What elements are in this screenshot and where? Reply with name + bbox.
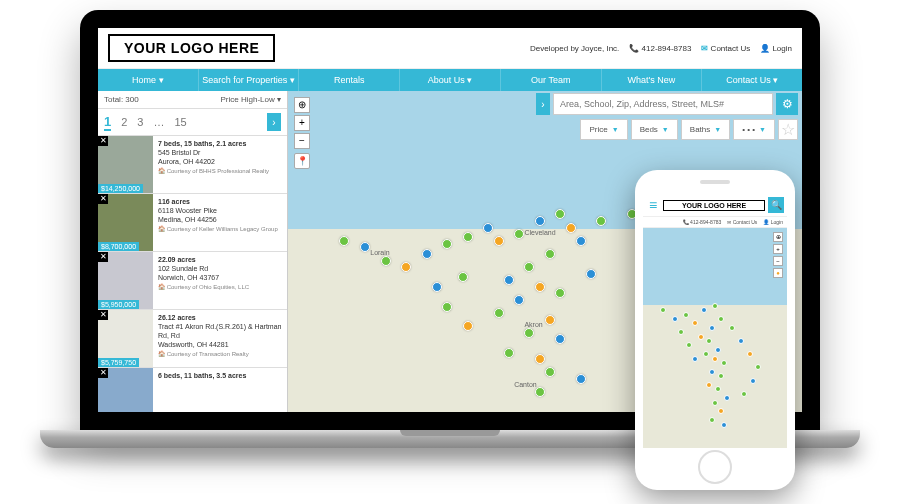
map-pin[interactable] (483, 223, 493, 233)
map-pin[interactable] (566, 223, 576, 233)
map-pin[interactable] (514, 229, 524, 239)
map-pin[interactable] (514, 295, 524, 305)
map-pin[interactable] (401, 262, 411, 272)
map-pin[interactable] (712, 400, 718, 406)
map-pin[interactable] (721, 422, 727, 428)
map-pin[interactable] (701, 307, 707, 313)
phone-zoom-in[interactable]: + (773, 244, 783, 254)
close-icon[interactable]: ✕ (98, 368, 108, 378)
map-pin[interactable] (458, 272, 468, 282)
map-pin[interactable] (698, 334, 704, 340)
header-phone[interactable]: 📞 412-894-8783 (629, 44, 691, 53)
map-pin[interactable] (504, 348, 514, 358)
map-pin[interactable] (692, 320, 698, 326)
phone-login[interactable]: 👤 Login (763, 219, 783, 225)
nav-search[interactable]: Search for Properties ▾ (199, 69, 300, 91)
map-pin[interactable] (738, 338, 744, 344)
map-pin[interactable] (755, 364, 761, 370)
hamburger-icon[interactable]: ≡ (646, 197, 660, 213)
listing-item[interactable]: ✕$14,250,000 7 beds, 15 baths, 2.1 acres… (98, 136, 287, 194)
nav-rentals[interactable]: Rentals (299, 69, 400, 91)
map-pin[interactable] (672, 316, 678, 322)
map-pin[interactable] (706, 382, 712, 388)
filter-more[interactable]: • • •▼ (733, 119, 775, 140)
listing-item[interactable]: ✕$8,700,000 116 acres6118 Wooster PikeMe… (98, 194, 287, 252)
nav-whatsnew[interactable]: What's New (602, 69, 703, 91)
map-pin[interactable] (718, 373, 724, 379)
page-2[interactable]: 2 (121, 116, 127, 128)
map-pin[interactable] (596, 216, 606, 226)
header-contact[interactable]: ✉ Contact Us (701, 44, 750, 53)
map-pin[interactable] (545, 367, 555, 377)
map-pin[interactable] (709, 325, 715, 331)
map-pin[interactable] (741, 391, 747, 397)
phone-number[interactable]: 📞 412-894-8783 (683, 219, 722, 225)
nav-team[interactable]: Our Team (501, 69, 602, 91)
map-pin[interactable] (422, 249, 432, 259)
phone-map[interactable]: ⊕ + − ● (643, 228, 787, 448)
map-pin[interactable] (339, 236, 349, 246)
map-pin[interactable] (718, 316, 724, 322)
listing-item[interactable]: ✕$5,950,000 22.09 acres102 Sundale RdNor… (98, 252, 287, 310)
map-pin[interactable] (729, 325, 735, 331)
map-pin[interactable] (463, 232, 473, 242)
map-pin[interactable] (686, 342, 692, 348)
phone-contact[interactable]: ✉ Contact Us (727, 219, 757, 225)
nav-home[interactable]: Home ▾ (98, 69, 199, 91)
close-icon[interactable]: ✕ (98, 194, 108, 204)
map-target-icon[interactable]: ⊕ (294, 97, 310, 113)
page-1[interactable]: 1 (104, 114, 111, 131)
map-pin[interactable] (494, 236, 504, 246)
map-pin[interactable] (555, 334, 565, 344)
close-icon[interactable]: ✕ (98, 136, 108, 146)
map-pin[interactable] (545, 249, 555, 259)
map-pin[interactable] (586, 269, 596, 279)
map-pin[interactable] (535, 354, 545, 364)
zoom-out-button[interactable]: − (294, 133, 310, 149)
phone-zoom-out[interactable]: − (773, 256, 783, 266)
sort-dropdown[interactable]: Price High-Low ▾ (221, 95, 281, 104)
search-collapse-icon[interactable]: › (536, 93, 550, 115)
close-icon[interactable]: ✕ (98, 252, 108, 262)
filter-beds[interactable]: Beds▼ (631, 119, 678, 140)
map-pin[interactable] (576, 236, 586, 246)
map-pin[interactable] (709, 369, 715, 375)
map-pin[interactable] (494, 308, 504, 318)
map-pin[interactable] (360, 242, 370, 252)
filter-price[interactable]: Price▼ (580, 119, 627, 140)
map-pin[interactable] (724, 395, 730, 401)
map-pin[interactable] (555, 288, 565, 298)
nav-about[interactable]: About Us ▾ (400, 69, 501, 91)
map-pin[interactable] (683, 312, 689, 318)
phone-locate-icon[interactable]: ● (773, 268, 783, 278)
map-pin[interactable] (747, 351, 753, 357)
map-pin[interactable] (715, 347, 721, 353)
page-15[interactable]: 15 (174, 116, 186, 128)
page-3[interactable]: 3 (137, 116, 143, 128)
map-pin[interactable] (442, 239, 452, 249)
listing-item[interactable]: ✕ 6 beds, 11 baths, 3.5 acres (98, 368, 287, 412)
map-pin[interactable] (535, 387, 545, 397)
map-pin[interactable] (524, 262, 534, 272)
map-pin[interactable] (576, 374, 586, 384)
map-pin[interactable] (678, 329, 684, 335)
map-pin[interactable] (712, 303, 718, 309)
page-next[interactable]: › (267, 113, 281, 131)
map-pin[interactable] (718, 408, 724, 414)
listing-item[interactable]: ✕$5,759,750 26.12 acresTract #1 Akron Rd… (98, 310, 287, 368)
nav-contact[interactable]: Contact Us ▾ (702, 69, 802, 91)
map-pin[interactable] (555, 209, 565, 219)
map-pin[interactable] (535, 282, 545, 292)
map-locate-icon[interactable]: 📍 (294, 153, 310, 169)
map-pin[interactable] (463, 321, 473, 331)
map-pin[interactable] (535, 216, 545, 226)
map-pin[interactable] (721, 360, 727, 366)
zoom-in-button[interactable]: + (294, 115, 310, 131)
map-pin[interactable] (524, 328, 534, 338)
gear-icon[interactable]: ⚙ (776, 93, 798, 115)
search-input[interactable] (553, 93, 773, 115)
map-pin[interactable] (381, 256, 391, 266)
map-pin[interactable] (712, 356, 718, 362)
phone-target-icon[interactable]: ⊕ (773, 232, 783, 242)
map-pin[interactable] (692, 356, 698, 362)
